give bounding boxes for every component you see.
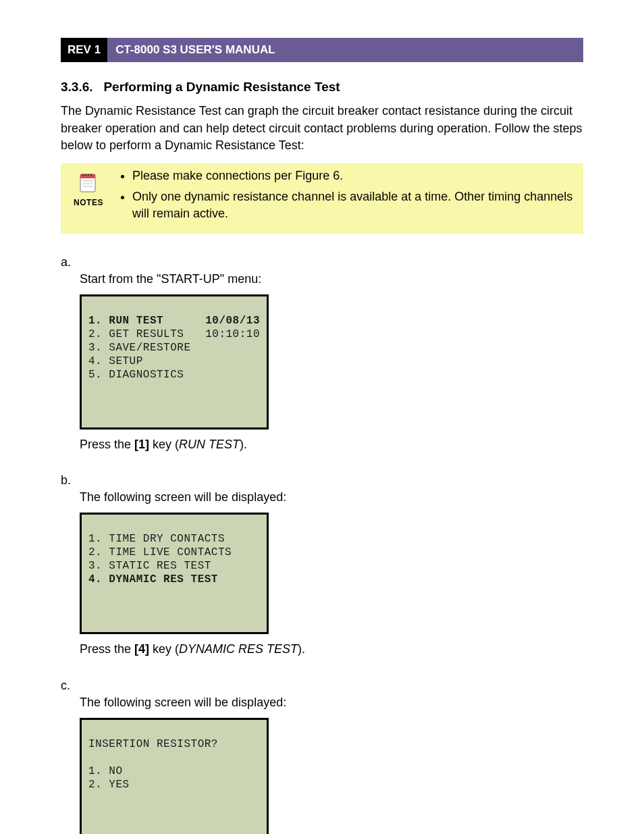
lcd-line: 4. DYNAMIC RES TEST bbox=[88, 573, 260, 586]
step-a-instruction: Press the [1] key (RUN TEST). bbox=[80, 436, 581, 453]
step-list: a. Start from the "START-UP" menu: 1. RU… bbox=[61, 254, 583, 834]
lcd-line: 3. SAVE/RESTORE bbox=[88, 341, 260, 355]
instr-em: RUN TEST bbox=[179, 438, 240, 451]
lcd-screen-startup: 1. RUN TEST10/08/132. GET RESULTS10:10:1… bbox=[80, 294, 269, 429]
lcd-line: 2. TIME LIVE CONTACTS bbox=[88, 546, 260, 559]
header-bar: REV 1 CT-8000 S3 USER'S MANUAL bbox=[61, 38, 583, 62]
instr-text: key ( bbox=[149, 438, 179, 451]
lcd-line: 4. SETUP bbox=[88, 355, 260, 368]
instr-text: Press the bbox=[80, 642, 134, 656]
step-c: c. The following screen will be displaye… bbox=[80, 677, 583, 834]
key-label: [1] bbox=[134, 438, 149, 451]
instr-text: Press the bbox=[80, 438, 134, 451]
notes-box: NOTES Please make connections per Figure… bbox=[61, 163, 583, 234]
lcd-screen-testtype: 1. TIME DRY CONTACTS2. TIME LIVE CONTACT… bbox=[80, 513, 269, 634]
svg-point-5 bbox=[90, 174, 92, 176]
step-marker: a. bbox=[61, 254, 80, 271]
lcd-line: 1. TIME DRY CONTACTS bbox=[88, 532, 260, 546]
svg-point-3 bbox=[85, 174, 86, 176]
key-label: [4] bbox=[134, 642, 149, 656]
intro-paragraph: The Dynamic Resistance Test can graph th… bbox=[61, 103, 583, 154]
header-title: CT-8000 S3 USER'S MANUAL bbox=[107, 38, 583, 62]
instr-text: key ( bbox=[149, 642, 179, 656]
lcd-line bbox=[88, 751, 260, 764]
notes-left: NOTES bbox=[65, 167, 112, 227]
section-heading: 3.3.6. Performing a Dynamic Resistance T… bbox=[61, 78, 583, 97]
lcd-line: 2. YES bbox=[88, 778, 260, 791]
lcd-line: INSERTION RESISTOR? bbox=[88, 737, 260, 751]
lcd-line: 5. DIAGNOSTICS bbox=[88, 368, 260, 382]
svg-point-2 bbox=[82, 174, 84, 176]
lcd-line: 3. STATIC RES TEST bbox=[88, 559, 260, 573]
step-b-instruction: Press the [4] key (DYNAMIC RES TEST). bbox=[80, 641, 581, 658]
lcd-line: 1. RUN TEST bbox=[88, 314, 163, 328]
lcd-date: 10/08/13 bbox=[205, 314, 260, 328]
step-a: a. Start from the "START-UP" menu: 1. RU… bbox=[80, 254, 583, 463]
section-number: 3.3.6. bbox=[61, 80, 93, 94]
step-a-text: Start from the "START-UP" menu: bbox=[80, 272, 261, 286]
step-b-text: The following screen will be displayed: bbox=[80, 490, 286, 504]
instr-em: DYNAMIC RES TEST bbox=[179, 642, 298, 656]
step-marker: c. bbox=[61, 677, 80, 694]
instr-text: ). bbox=[240, 438, 247, 451]
section-title: Performing a Dynamic Resistance Test bbox=[103, 80, 340, 94]
lcd-line: 1. NO bbox=[88, 764, 260, 778]
instr-text: ). bbox=[298, 642, 305, 656]
section-title-sep bbox=[97, 80, 104, 94]
svg-point-4 bbox=[88, 174, 89, 176]
lcd-line: 2. GET RESULTS bbox=[88, 328, 184, 341]
notes-item: Please make connections per Figure 6. bbox=[132, 167, 576, 184]
lcd-time: 10:10:10 bbox=[205, 328, 260, 341]
step-b: b. The following screen will be displaye… bbox=[80, 472, 583, 668]
lcd-screen-insertion: INSERTION RESISTOR? 1. NO2. YES bbox=[80, 718, 269, 834]
notepad-icon bbox=[76, 170, 101, 194]
step-marker: b. bbox=[61, 472, 80, 489]
page: REV 1 CT-8000 S3 USER'S MANUAL 3.3.6. Pe… bbox=[0, 0, 644, 834]
notes-content: Please make connections per Figure 6. On… bbox=[112, 167, 576, 227]
step-c-text: The following screen will be displayed: bbox=[80, 696, 286, 709]
notes-item: Only one dynamic resistance channel is a… bbox=[132, 188, 576, 222]
header-rev: REV 1 bbox=[61, 38, 107, 62]
notes-label: NOTES bbox=[74, 197, 103, 209]
